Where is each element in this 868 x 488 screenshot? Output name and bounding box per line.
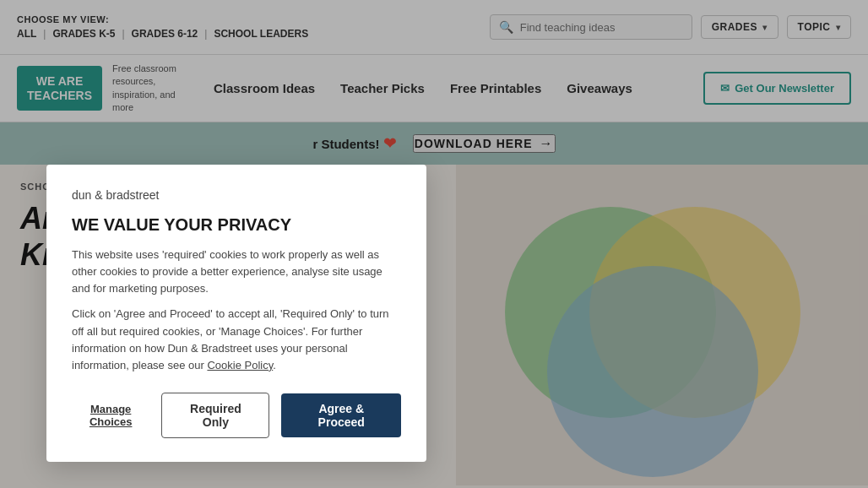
modal-body-2: Click on 'Agree and Proceed' to accept a…: [72, 306, 401, 374]
modal-actions: Manage Choices Required Only Agree & Pro…: [72, 393, 401, 438]
modal-brand: dun & bradstreet: [72, 188, 401, 202]
modal-body-1: This website uses 'required' cookies to …: [72, 247, 401, 297]
cookie-modal: dun & bradstreet WE VALUE YOUR PRIVACY T…: [46, 165, 426, 462]
agree-proceed-button[interactable]: Agree & Proceed: [281, 393, 401, 437]
modal-title: WE VALUE YOUR PRIVACY: [72, 215, 401, 235]
required-only-button[interactable]: Required Only: [161, 393, 269, 438]
manage-choices-button[interactable]: Manage Choices: [72, 403, 149, 428]
cookie-policy-link[interactable]: Cookie Policy: [207, 359, 273, 371]
